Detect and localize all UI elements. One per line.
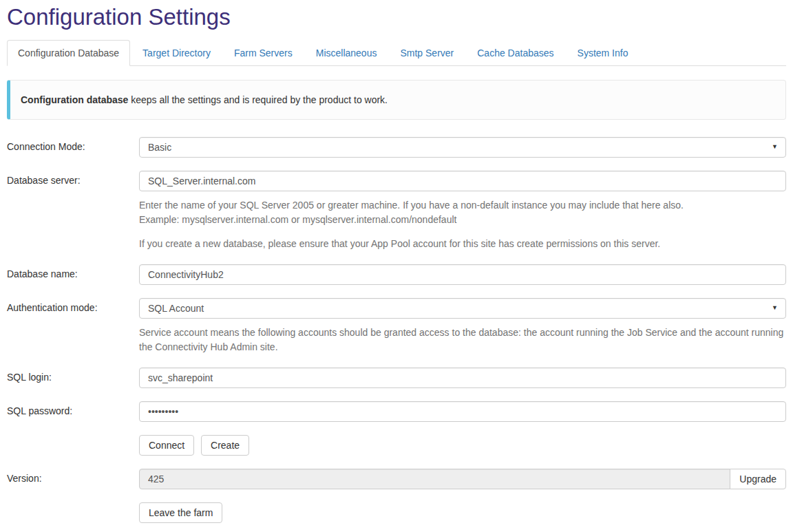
authentication-mode-select[interactable]: SQL Account — [139, 298, 786, 319]
page-title: Configuration Settings — [7, 4, 786, 30]
database-server-help-line1: Enter the name of your SQL Server 2005 o… — [139, 198, 786, 213]
info-callout: Configuration database keeps all the set… — [7, 80, 786, 120]
authentication-mode-row: Authentication mode: SQL Account ▼ Servi… — [7, 298, 786, 354]
tab-farm-servers[interactable]: Farm Servers — [223, 40, 304, 66]
tab-configuration-database[interactable]: Configuration Database — [7, 40, 130, 66]
database-server-row: Database server: Enter the name of your … — [7, 171, 786, 251]
database-name-label: Database name: — [7, 264, 139, 279]
database-server-help: Enter the name of your SQL Server 2005 o… — [139, 198, 786, 227]
authentication-mode-help: Service account means the following acco… — [139, 326, 786, 354]
database-server-label: Database server: — [7, 171, 139, 186]
database-name-input[interactable] — [139, 264, 786, 285]
database-server-help-create-permissions: If you create a new database, please ens… — [139, 237, 786, 251]
tab-cache-databases[interactable]: Cache Databases — [466, 40, 564, 66]
upgrade-button[interactable]: Upgrade — [730, 469, 786, 489]
configuration-database-form: Connection Mode: Basic ▼ Database server… — [7, 137, 786, 523]
sql-login-label: SQL login: — [7, 368, 139, 383]
sql-login-input[interactable] — [139, 368, 786, 388]
database-server-help-line2: Example: mysqlserver.internal.com or mys… — [139, 213, 786, 227]
spacer — [7, 502, 139, 507]
version-input — [139, 469, 730, 489]
configuration-settings-page: Configuration Settings Configuration Dat… — [0, 4, 793, 523]
connect-create-row: Connect Create — [7, 435, 786, 456]
authentication-mode-label: Authentication mode: — [7, 298, 139, 313]
connection-mode-row: Connection Mode: Basic ▼ — [7, 137, 786, 158]
version-label: Version: — [7, 469, 139, 484]
sql-password-input[interactable] — [139, 401, 786, 422]
connect-button[interactable]: Connect — [139, 435, 194, 456]
tab-smtp-server[interactable]: Smtp Server — [389, 40, 465, 66]
leave-farm-row: Leave the farm — [7, 502, 786, 523]
connection-mode-select[interactable]: Basic — [139, 137, 786, 158]
sql-password-label: SQL password: — [7, 401, 139, 416]
tab-miscellaneous[interactable]: Miscellaneous — [305, 40, 388, 66]
database-name-row: Database name: — [7, 264, 786, 285]
leave-the-farm-button[interactable]: Leave the farm — [139, 502, 222, 523]
sql-password-row: SQL password: — [7, 401, 786, 422]
version-row: Version: Upgrade — [7, 469, 786, 489]
create-button[interactable]: Create — [201, 435, 249, 456]
tab-target-directory[interactable]: Target Directory — [131, 40, 222, 66]
info-callout-text: keeps all the settings and is required b… — [128, 94, 388, 105]
database-server-input[interactable] — [139, 171, 786, 191]
sql-login-row: SQL login: — [7, 368, 786, 388]
tab-system-info[interactable]: System Info — [567, 40, 639, 66]
spacer — [7, 435, 139, 439]
settings-tab-bar: Configuration Database Target Directory … — [7, 40, 786, 66]
connection-mode-label: Connection Mode: — [7, 137, 139, 152]
info-callout-bold: Configuration database — [21, 94, 128, 105]
